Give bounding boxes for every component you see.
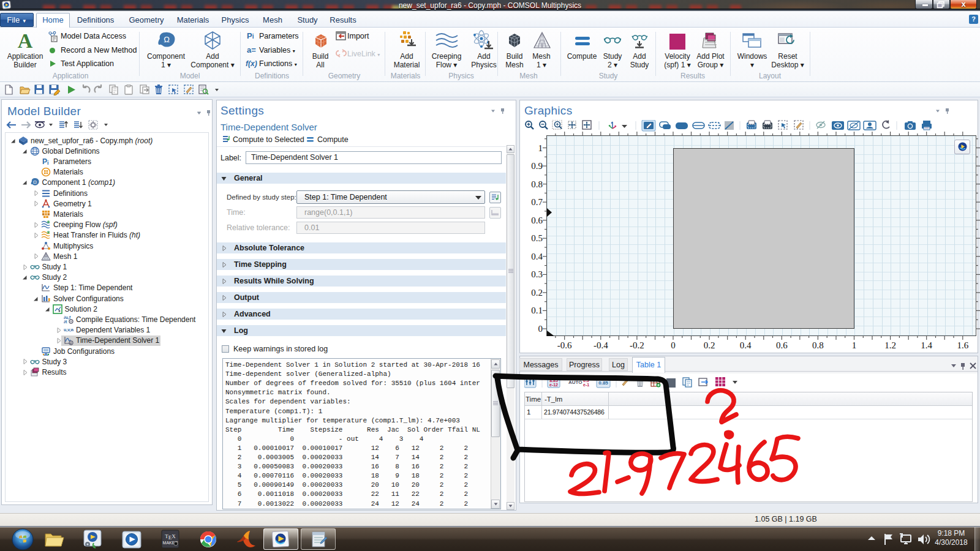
svg-text:e-1: e-1 xyxy=(583,383,589,387)
svg-text:P: P xyxy=(42,157,47,166)
svg-text:AUTO: AUTO xyxy=(568,380,582,385)
svg-text:0.85: 0.85 xyxy=(598,380,608,386)
svg-text:8.85: 8.85 xyxy=(549,378,558,383)
svg-text:0.5: 0.5 xyxy=(583,378,589,383)
svg-text:u,v,w: u,v,w xyxy=(64,328,74,332)
svg-text:∂t: ∂t xyxy=(64,320,67,324)
svg-text:Ω: Ω xyxy=(164,35,170,44)
svg-text:i: i xyxy=(47,160,49,166)
svg-text:Ω: Ω xyxy=(33,179,37,185)
svg-text:e-12: e-12 xyxy=(549,383,558,387)
